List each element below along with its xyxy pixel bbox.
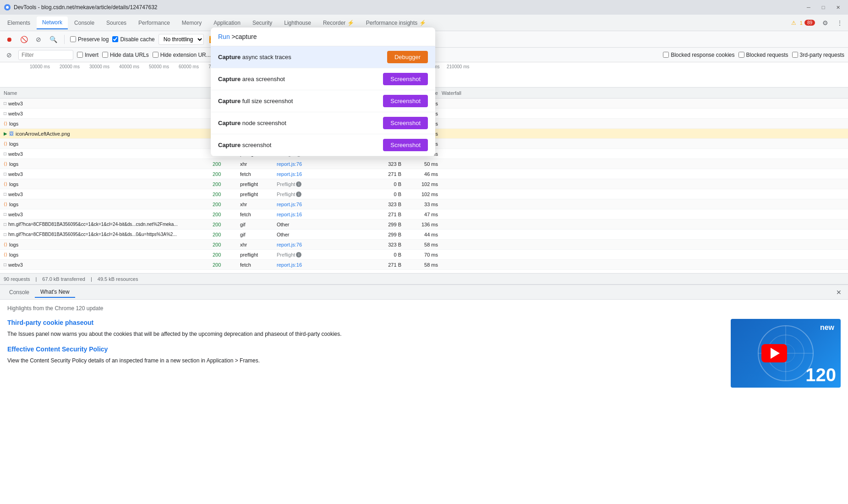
row-icon: □ <box>4 171 6 176</box>
third-party-label[interactable]: 3rd-party requests <box>792 52 844 58</box>
cmd-item-full[interactable]: Capture full size screenshot Screenshot <box>211 90 435 112</box>
row-time: 58 ms <box>403 242 440 247</box>
cmd-item-node[interactable]: Capture node screenshot Screenshot <box>211 112 435 134</box>
table-row[interactable]: ⟨⟩logs 200 preflight Preflight i 0 B 70 … <box>0 250 848 260</box>
row-type: xhr <box>238 161 275 167</box>
svg-point-1 <box>6 6 9 9</box>
whats-new-text: Third-party cookie phaseout The Issues p… <box>7 319 720 388</box>
table-row[interactable]: □webv3 200 preflight Preflight i 0 B 102… <box>0 189 848 199</box>
tab-whats-new[interactable]: What's New <box>35 287 75 298</box>
row-size: 299 B <box>367 232 403 237</box>
table-row[interactable]: ⟨⟩logs 200 preflight Preflight i 0 B 102… <box>0 179 848 189</box>
tab-console[interactable]: Console <box>69 17 100 29</box>
cmd-bold-3: Capture <box>218 98 241 104</box>
tab-recorder[interactable]: Recorder ⚡ <box>317 17 360 29</box>
row-time: 46 ms <box>403 171 440 177</box>
table-row[interactable]: ⟨⟩logs 200 xhr report.js:76 323 B 33 ms <box>0 199 848 209</box>
close-whats-new-button[interactable]: ✕ <box>833 288 844 297</box>
row-icon: ⟨⟩ <box>4 161 7 166</box>
table-row[interactable]: □webv3 200 fetch report.js:16 271 B 58 m… <box>0 260 848 270</box>
row-icon: 🖼 <box>9 131 14 136</box>
row-status: 200 <box>211 262 238 268</box>
more-options-icon[interactable]: ⋮ <box>833 16 846 29</box>
blocked-cookies-checkbox[interactable] <box>663 52 669 58</box>
row-time: 70 ms <box>403 252 440 257</box>
whats-new-desc-2: View the Content Security Policy details… <box>7 356 720 365</box>
preserve-log-checkbox[interactable] <box>70 36 76 42</box>
row-status: 200 <box>211 212 238 217</box>
invert-checkbox[interactable] <box>77 52 83 58</box>
settings-icon[interactable]: ⚙ <box>819 16 832 29</box>
table-row[interactable]: □webv3 200 fetch report.js:16 271 B 46 m… <box>0 169 848 179</box>
tab-application[interactable]: Application <box>208 17 246 29</box>
table-row[interactable]: □webv3 200 fetch report.js:16 271 B 47 m… <box>0 209 848 219</box>
throttle-select[interactable]: No throttling <box>159 34 204 45</box>
status-separator-1: | <box>35 276 37 282</box>
cmd-bold-1: Capture <box>218 54 241 60</box>
row-size: 0 B <box>367 192 403 197</box>
row-type: xhr <box>238 242 275 247</box>
invert-label[interactable]: Invert <box>77 52 98 58</box>
table-row[interactable]: ⟨⟩logs 200 xhr report.js:76 323 B 50 ms <box>0 159 848 169</box>
search-button[interactable]: 🔍 <box>48 34 59 45</box>
screenshot-button[interactable]: Screenshot <box>383 139 428 151</box>
warning-count: 1 <box>800 20 803 26</box>
tab-sources[interactable]: Sources <box>101 17 132 29</box>
cmd-rest-5: screenshot <box>242 142 272 148</box>
row-icon: □ <box>4 232 6 237</box>
filter-icon[interactable]: ⊘ <box>4 49 15 60</box>
tab-performance-insights[interactable]: Performance insights ⚡ <box>361 17 432 29</box>
blocked-cookies-label: Blocked response cookies <box>663 52 734 58</box>
command-palette: Run >capture Capture async stack traces … <box>211 27 435 156</box>
tab-security[interactable]: Security <box>247 17 278 29</box>
area-screenshot-button[interactable]: Screenshot <box>383 73 428 85</box>
blocked-requests-label[interactable]: Blocked requests <box>739 52 788 58</box>
whats-new-title-1[interactable]: Third-party cookie phaseout <box>7 319 720 326</box>
tab-lighthouse[interactable]: Lighthouse <box>279 17 317 29</box>
hide-data-urls-label[interactable]: Hide data URLs <box>102 52 149 58</box>
minimize-button[interactable]: ─ <box>802 3 815 12</box>
blocked-requests-checkbox[interactable] <box>739 52 744 58</box>
run-label: Run <box>218 33 230 40</box>
row-icon: □ <box>4 151 6 156</box>
disable-cache-checkbox[interactable] <box>112 36 118 42</box>
error-count-badge: 89 <box>804 20 815 26</box>
debugger-button[interactable]: Debugger <box>387 51 428 63</box>
chrome-favicon <box>4 4 11 11</box>
maximize-button[interactable]: □ <box>817 3 830 12</box>
table-row[interactable]: ⟨⟩logs 200 xhr report.js:76 323 B 58 ms <box>0 240 848 250</box>
cmd-item-area[interactable]: Capture area screenshot Screenshot <box>211 68 435 90</box>
node-screenshot-button[interactable]: Screenshot <box>383 117 428 129</box>
tab-performance[interactable]: Performance <box>133 17 175 29</box>
tab-console-bottom[interactable]: Console <box>4 287 35 297</box>
preserve-log-text: Preserve log <box>78 36 109 43</box>
filter-input[interactable] <box>18 50 73 60</box>
tab-memory[interactable]: Memory <box>176 17 207 29</box>
table-row[interactable]: □hm.gif?hca=8CFBBD81BA356095&cc=1&ck=1&c… <box>0 219 848 230</box>
disable-cache-label[interactable]: Disable cache <box>112 36 154 43</box>
toolbar-divider <box>64 35 65 44</box>
tab-network[interactable]: Network <box>37 16 68 29</box>
clear-button[interactable]: 🚫 <box>18 34 29 45</box>
whats-new-title-2[interactable]: Effective Content Security Policy <box>7 345 720 353</box>
cmd-item-async[interactable]: Capture async stack traces Debugger <box>211 46 435 68</box>
row-type: gif <box>238 232 275 237</box>
tab-elements[interactable]: Elements <box>2 17 36 29</box>
whats-new-thumbnail[interactable]: new 120 <box>731 319 841 388</box>
row-icon: ⟨⟩ <box>4 252 7 257</box>
third-party-checkbox[interactable] <box>792 52 798 58</box>
cmd-item-screenshot[interactable]: Capture screenshot Screenshot <box>211 134 435 156</box>
hide-extension-checkbox[interactable] <box>153 52 159 58</box>
preserve-log-label[interactable]: Preserve log <box>70 36 109 43</box>
filter-button[interactable]: ⊘ <box>33 34 44 45</box>
close-button[interactable]: ✕ <box>832 3 844 12</box>
record-button[interactable]: ⏺ <box>4 34 15 45</box>
hide-extension-text: Hide extension UR... <box>160 52 211 58</box>
hide-data-urls-checkbox[interactable] <box>102 52 108 58</box>
cmd-label-async: Capture async stack traces <box>218 54 291 60</box>
youtube-play-button[interactable] <box>761 344 787 362</box>
full-screenshot-button[interactable]: Screenshot <box>383 95 428 107</box>
table-row[interactable]: □hm.gif?hca=8CFBBD81BA356095&cc=1&ck=1&c… <box>0 230 848 240</box>
cmd-label-screenshot: Capture screenshot <box>218 142 271 148</box>
hide-extension-label[interactable]: Hide extension UR... <box>153 52 211 58</box>
